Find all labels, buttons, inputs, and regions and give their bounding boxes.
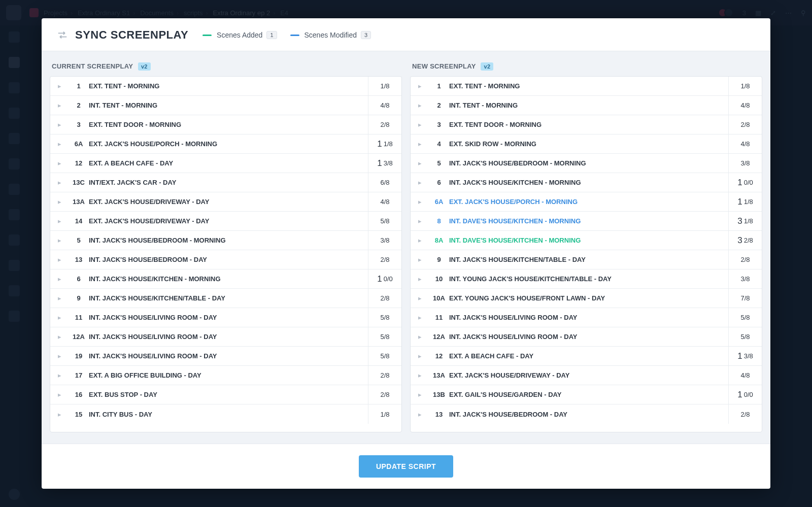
- scene-row[interactable]: ▸3EXT. TENT DOOR - MORNING2/8: [411, 115, 762, 134]
- expand-caret-icon[interactable]: ▸: [50, 275, 69, 283]
- scene-title: INT. JACK'S HOUSE/KITCHEN - MORNING: [89, 275, 368, 283]
- scene-row[interactable]: ▸10AEXT. YOUNG JACK'S HOUSE/FRONT LAWN -…: [411, 289, 762, 308]
- expand-caret-icon[interactable]: ▸: [50, 371, 69, 379]
- scene-row[interactable]: ▸12EXT. A BEACH CAFE - DAY13/8: [411, 347, 762, 366]
- scene-row[interactable]: ▸8AINT. DAVE'S HOUSE/KITCHEN - MORNING32…: [411, 231, 762, 250]
- legend-modified-badge: 3: [361, 31, 371, 39]
- scene-row[interactable]: ▸17EXT. A BIG OFFICE BUILDING - DAY2/8: [50, 366, 401, 385]
- scene-row[interactable]: ▸12EXT. A BEACH CAFE - DAY13/8: [50, 154, 401, 173]
- expand-caret-icon[interactable]: ▸: [411, 333, 429, 341]
- current-scene-list[interactable]: ▸1EXT. TENT - MORNING1/8▸2INT. TENT - MO…: [50, 76, 402, 432]
- scene-title: INT. JACK'S HOUSE/LIVING ROOM - DAY: [449, 333, 728, 341]
- scene-number: 9: [429, 256, 449, 263]
- expand-caret-icon[interactable]: ▸: [50, 294, 69, 302]
- scene-length: 5/8: [368, 308, 401, 327]
- scene-row[interactable]: ▸8INT. DAVE'S HOUSE/KITCHEN - MORNING31/…: [411, 212, 762, 231]
- expand-caret-icon[interactable]: ▸: [411, 294, 429, 302]
- scene-length: 4/8: [368, 96, 401, 115]
- expand-caret-icon[interactable]: ▸: [411, 82, 429, 90]
- scene-row[interactable]: ▸12AINT. JACK'S HOUSE/LIVING ROOM - DAY5…: [411, 327, 762, 347]
- scene-row[interactable]: ▸1EXT. TENT - MORNING1/8: [411, 77, 762, 96]
- expand-caret-icon[interactable]: ▸: [411, 236, 429, 244]
- expand-caret-icon[interactable]: ▸: [411, 256, 429, 263]
- scene-length: 13/8: [368, 154, 401, 173]
- expand-caret-icon[interactable]: ▸: [50, 391, 69, 398]
- expand-caret-icon[interactable]: ▸: [50, 159, 69, 167]
- scene-title: EXT. A BIG OFFICE BUILDING - DAY: [89, 371, 368, 379]
- expand-caret-icon[interactable]: ▸: [411, 275, 429, 283]
- scene-number: 13B: [429, 391, 449, 398]
- scene-row[interactable]: ▸2INT. TENT - MORNING4/8: [411, 96, 762, 115]
- scene-number: 3: [429, 121, 449, 128]
- scene-row[interactable]: ▸13CINT/EXT. JACK'S CAR - DAY6/8: [50, 173, 401, 192]
- scene-number: 6: [429, 179, 449, 186]
- new-column: NEW SCREENPLAY v2 ▸1EXT. TENT - MORNING1…: [410, 62, 762, 432]
- expand-caret-icon[interactable]: ▸: [50, 198, 69, 206]
- legend-added-badge: 1: [266, 31, 277, 39]
- scene-number: 11: [69, 314, 89, 321]
- current-column: CURRENT SCREENPLAY v2 ▸1EXT. TENT - MORN…: [50, 62, 402, 432]
- scene-row[interactable]: ▸13INT. JACK'S HOUSE/BEDROOM - DAY2/8: [411, 404, 762, 424]
- scene-row[interactable]: ▸6INT. JACK'S HOUSE/KITCHEN - MORNING10/…: [50, 269, 401, 289]
- expand-caret-icon[interactable]: ▸: [411, 179, 429, 186]
- expand-caret-icon[interactable]: ▸: [50, 411, 69, 418]
- scene-row[interactable]: ▸6AEXT. JACK'S HOUSE/PORCH - MORNING11/8: [50, 134, 401, 154]
- expand-caret-icon[interactable]: ▸: [411, 121, 429, 128]
- expand-caret-icon[interactable]: ▸: [50, 333, 69, 341]
- expand-caret-icon[interactable]: ▸: [50, 140, 69, 148]
- scene-number: 13: [429, 411, 449, 418]
- scene-row[interactable]: ▸9INT. JACK'S HOUSE/KITCHEN/TABLE - DAY2…: [411, 250, 762, 269]
- scene-row[interactable]: ▸11INT. JACK'S HOUSE/LIVING ROOM - DAY5/…: [411, 308, 762, 327]
- scene-title: INT. JACK'S HOUSE/LIVING ROOM - DAY: [449, 314, 728, 321]
- scene-row[interactable]: ▸1EXT. TENT - MORNING1/8: [50, 77, 401, 96]
- scene-row[interactable]: ▸2INT. TENT - MORNING4/8: [50, 96, 401, 115]
- expand-caret-icon[interactable]: ▸: [50, 352, 69, 360]
- scene-row[interactable]: ▸5INT. JACK'S HOUSE/BEDROOM - MORNING3/8: [50, 231, 401, 250]
- expand-caret-icon[interactable]: ▸: [411, 159, 429, 167]
- scene-row[interactable]: ▸11INT. JACK'S HOUSE/LIVING ROOM - DAY5/…: [50, 308, 401, 327]
- expand-caret-icon[interactable]: ▸: [50, 121, 69, 128]
- scene-row[interactable]: ▸3EXT. TENT DOOR - MORNING2/8: [50, 115, 401, 134]
- scene-row[interactable]: ▸13BEXT. GAIL'S HOUSE/GARDEN - DAY10/0: [411, 385, 762, 404]
- scene-row[interactable]: ▸14EXT. JACK'S HOUSE/DRIVEWAY - DAY5/8: [50, 212, 401, 231]
- expand-caret-icon[interactable]: ▸: [411, 411, 429, 418]
- expand-caret-icon[interactable]: ▸: [50, 179, 69, 186]
- scene-row[interactable]: ▸12AINT. JACK'S HOUSE/LIVING ROOM - DAY5…: [50, 327, 401, 347]
- expand-caret-icon[interactable]: ▸: [50, 256, 69, 263]
- scene-row[interactable]: ▸13AEXT. JACK'S HOUSE/DRIVEWAY - DAY4/8: [50, 192, 401, 212]
- scene-row[interactable]: ▸4EXT. SKID ROW - MORNING4/8: [411, 134, 762, 154]
- scene-row[interactable]: ▸19INT. JACK'S HOUSE/LIVING ROOM - DAY5/…: [50, 347, 401, 366]
- expand-caret-icon[interactable]: ▸: [50, 82, 69, 90]
- expand-caret-icon[interactable]: ▸: [411, 198, 429, 206]
- scene-row[interactable]: ▸13AEXT. JACK'S HOUSE/DRIVEWAY - DAY4/8: [411, 366, 762, 385]
- expand-caret-icon[interactable]: ▸: [411, 140, 429, 148]
- expand-caret-icon[interactable]: ▸: [411, 352, 429, 360]
- scene-number: 8: [429, 217, 449, 225]
- scene-title: EXT. A BEACH CAFE - DAY: [89, 159, 368, 167]
- update-script-button[interactable]: UPDATE SCRIPT: [359, 455, 453, 478]
- scene-title: INT. YOUNG JACK'S HOUSE/KITCHEN/TABLE - …: [449, 275, 728, 283]
- expand-caret-icon[interactable]: ▸: [411, 371, 429, 379]
- expand-caret-icon[interactable]: ▸: [50, 236, 69, 244]
- expand-caret-icon[interactable]: ▸: [411, 102, 429, 109]
- scene-row[interactable]: ▸6INT. JACK'S HOUSE/KITCHEN - MORNING10/…: [411, 173, 762, 192]
- scene-length: 2/8: [368, 385, 401, 404]
- modal-body: CURRENT SCREENPLAY v2 ▸1EXT. TENT - MORN…: [42, 51, 770, 444]
- scene-row[interactable]: ▸6AEXT. JACK'S HOUSE/PORCH - MORNING11/8: [411, 192, 762, 212]
- scene-length: 32/8: [728, 231, 762, 250]
- expand-caret-icon[interactable]: ▸: [411, 314, 429, 321]
- scene-row[interactable]: ▸15INT. CITY BUS - DAY1/8: [50, 404, 401, 424]
- scene-row[interactable]: ▸5INT. JACK'S HOUSE/BEDROOM - MORNING3/8: [411, 154, 762, 173]
- scene-row[interactable]: ▸13INT. JACK'S HOUSE/BEDROOM - DAY2/8: [50, 250, 401, 269]
- expand-caret-icon[interactable]: ▸: [50, 217, 69, 225]
- expand-caret-icon[interactable]: ▸: [411, 217, 429, 225]
- expand-caret-icon[interactable]: ▸: [50, 314, 69, 321]
- scene-row[interactable]: ▸10INT. YOUNG JACK'S HOUSE/KITCHEN/TABLE…: [411, 269, 762, 289]
- sync-icon: [57, 29, 68, 41]
- expand-caret-icon[interactable]: ▸: [411, 391, 429, 398]
- scene-row[interactable]: ▸9INT. JACK'S HOUSE/KITCHEN/TABLE - DAY2…: [50, 289, 401, 308]
- scene-number: 8A: [429, 236, 449, 244]
- new-scene-list[interactable]: ▸1EXT. TENT - MORNING1/8▸2INT. TENT - MO…: [410, 76, 762, 432]
- scene-row[interactable]: ▸16EXT. BUS STOP - DAY2/8: [50, 385, 401, 404]
- expand-caret-icon[interactable]: ▸: [50, 102, 69, 109]
